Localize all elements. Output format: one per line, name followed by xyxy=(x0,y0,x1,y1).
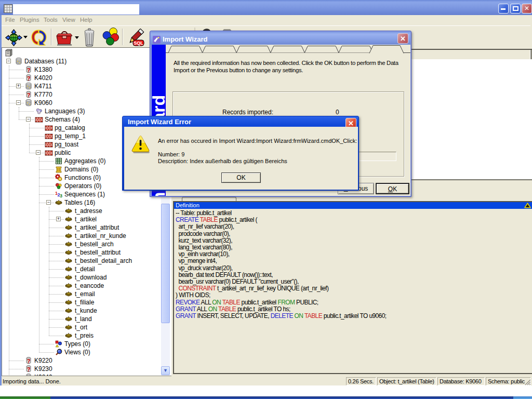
svg-text:SQL: SQL xyxy=(134,41,143,46)
